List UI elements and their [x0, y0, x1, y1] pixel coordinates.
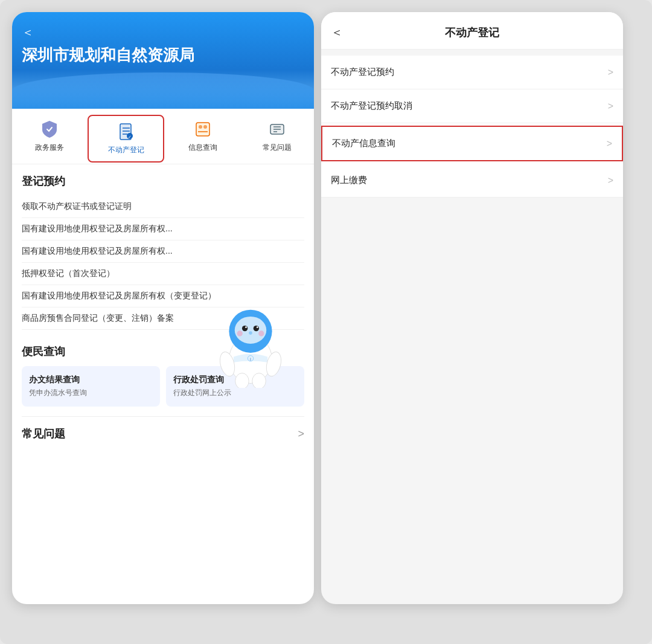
svg-point-26 — [249, 331, 252, 335]
svg-point-24 — [237, 330, 243, 336]
doc-icon: ✓ — [115, 121, 137, 143]
svg-point-25 — [258, 330, 264, 336]
tab-faq[interactable]: 常见问题 — [240, 114, 314, 164]
chevron-icon-3: > — [608, 175, 613, 186]
main-container: ＜ 深圳市规划和自然资源局 政务服务 — [0, 0, 652, 644]
faq-row[interactable]: 常见问题 > — [22, 416, 304, 451]
tab-gov[interactable]: 政务服务 — [12, 114, 86, 164]
menu-item-0[interactable]: 不动产登记预约 > — [321, 56, 623, 89]
menu-item-2[interactable]: 不动产信息查询 > — [321, 126, 623, 161]
query-card-1-title: 行政处罚查询 — [173, 375, 297, 385]
tab-info[interactable]: 信息查询 — [165, 114, 240, 164]
menu-item-3[interactable]: 网上缴费 > — [321, 164, 623, 198]
tab-gov-label: 政务服务 — [35, 143, 64, 153]
query-card-1[interactable]: 行政处罚查询 行政处罚网上公示 — [166, 366, 304, 407]
menu-item-0-label: 不动产登记预约 — [331, 66, 394, 78]
list-item[interactable]: 国有建设用地使用权登记及房屋所有权... — [22, 218, 304, 240]
query-card-0-title: 办文结果查询 — [29, 375, 153, 385]
left-header-title: 深圳市规划和自然资源局 — [22, 45, 304, 66]
tab-faq-label: 常见问题 — [263, 143, 292, 153]
faq-chevron: > — [298, 428, 304, 440]
left-content: 登记预约 领取不动产权证书或登记证明 国有建设用地使用权登记及房屋所有权... … — [12, 164, 314, 460]
tab-info-label: 信息查询 — [188, 143, 217, 153]
svg-point-10 — [203, 125, 207, 129]
menu-item-3-label: 网上缴费 — [331, 175, 367, 186]
right-back-button[interactable]: ＜ — [331, 24, 343, 40]
right-header: ＜ 不动产登记 — [321, 12, 623, 50]
list-item[interactable]: 领取不动产权证书或登记证明 — [22, 196, 304, 218]
nav-tab-bar: 政务服务 ✓ 不动产登记 — [12, 109, 314, 164]
query-card-0-sub: 凭申办流水号查询 — [29, 388, 153, 398]
menu-item-2-label: 不动产信息查询 — [332, 138, 395, 149]
faq-icon — [266, 118, 288, 140]
left-back-button[interactable]: ＜ — [22, 24, 34, 40]
query-card-0[interactable]: 办文结果查询 凭申办流水号查询 — [22, 366, 160, 407]
chevron-icon-2: > — [607, 138, 612, 149]
content-area: 登记预约 领取不动产权证书或登记证明 国有建设用地使用权登记及房屋所有权... … — [12, 164, 314, 460]
list-item[interactable]: 商品房预售合同登记（变更、注销）备案 — [22, 308, 304, 330]
right-menu-list: 不动产登记预约 > 不动产登记预约取消 > 不动产信息查询 > 网上缴费 > — [321, 56, 623, 198]
svg-point-9 — [199, 125, 202, 129]
list-item[interactable]: 国有建设用地使用权登记及房屋所有权... — [22, 240, 304, 263]
faq-label: 常见问题 — [22, 427, 65, 441]
right-page-title: 不动产登记 — [445, 25, 499, 40]
tab-estate-label: 不动产登记 — [108, 145, 144, 155]
shield-icon — [39, 118, 60, 140]
query-cards: 办文结果查询 凭申办流水号查询 行政处罚查询 行政处罚网上公示 — [22, 366, 304, 407]
ocean-decoration — [12, 72, 314, 109]
chevron-icon-1: > — [608, 101, 613, 112]
menu-item-1[interactable]: 不动产登记预约取消 > — [321, 89, 623, 123]
register-section-title: 登记预约 — [22, 174, 304, 188]
list-item[interactable]: 国有建设用地使用权登记及房屋所有权（变更登记） — [22, 285, 304, 308]
info-icon — [192, 118, 214, 140]
query-section-title: 便民查询 — [22, 344, 304, 359]
svg-text:✓: ✓ — [128, 135, 132, 139]
phone-right: ＜ 不动产登记 不动产登记预约 > 不动产登记预约取消 > 不动产信息查询 > … — [321, 12, 623, 604]
query-card-1-sub: 行政处罚网上公示 — [173, 388, 297, 398]
menu-item-1-label: 不动产登记预约取消 — [331, 100, 412, 112]
left-header: ＜ 深圳市规划和自然资源局 — [12, 12, 314, 109]
svg-rect-7 — [196, 123, 209, 136]
chevron-icon-0: > — [608, 67, 613, 78]
list-item[interactable]: 抵押权登记（首次登记） — [22, 263, 304, 285]
phone-left: ＜ 深圳市规划和自然资源局 政务服务 — [12, 12, 314, 604]
tab-estate[interactable]: ✓ 不动产登记 — [88, 115, 164, 163]
